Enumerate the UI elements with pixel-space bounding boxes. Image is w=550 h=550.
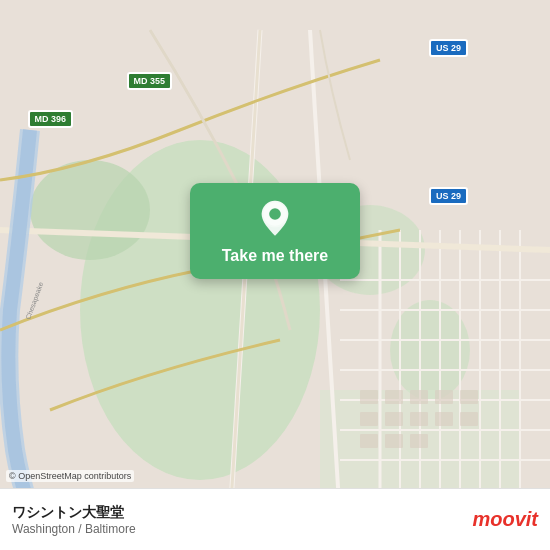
svg-rect-35 bbox=[435, 390, 453, 404]
svg-point-42 bbox=[269, 208, 281, 220]
location-name: ワシントン大聖堂 bbox=[12, 504, 136, 522]
road-sign-md396: MD 396 bbox=[28, 110, 74, 128]
road-sign-us29b: US 29 bbox=[429, 187, 468, 205]
svg-rect-28 bbox=[410, 390, 428, 404]
svg-rect-26 bbox=[360, 390, 378, 404]
bottom-bar: ワシントン大聖堂 Washington / Baltimore moovit bbox=[0, 488, 550, 550]
svg-point-2 bbox=[30, 160, 150, 260]
svg-point-4 bbox=[390, 300, 470, 400]
map-attribution: © OpenStreetMap contributors bbox=[6, 470, 134, 482]
map-container: Chesapeake MD 355 MD 396 US 29 US 29 Tak… bbox=[0, 0, 550, 550]
svg-rect-30 bbox=[385, 412, 403, 426]
svg-rect-33 bbox=[385, 434, 403, 448]
location-info: ワシントン大聖堂 Washington / Baltimore bbox=[12, 504, 136, 536]
svg-rect-38 bbox=[460, 412, 478, 426]
take-me-there-card[interactable]: Take me there bbox=[190, 183, 360, 279]
svg-rect-27 bbox=[385, 390, 403, 404]
svg-rect-32 bbox=[360, 434, 378, 448]
svg-rect-31 bbox=[410, 412, 428, 426]
moovit-logo: moovit bbox=[472, 508, 538, 531]
svg-rect-36 bbox=[460, 390, 478, 404]
take-me-there-button[interactable]: Take me there bbox=[222, 247, 328, 265]
svg-rect-37 bbox=[435, 412, 453, 426]
location-pin-icon bbox=[255, 199, 295, 239]
svg-rect-29 bbox=[360, 412, 378, 426]
moovit-brand: moovit bbox=[472, 508, 538, 531]
svg-rect-34 bbox=[410, 434, 428, 448]
road-sign-md355: MD 355 bbox=[127, 72, 173, 90]
location-region: Washington / Baltimore bbox=[12, 522, 136, 536]
road-sign-us29a: US 29 bbox=[429, 39, 468, 57]
